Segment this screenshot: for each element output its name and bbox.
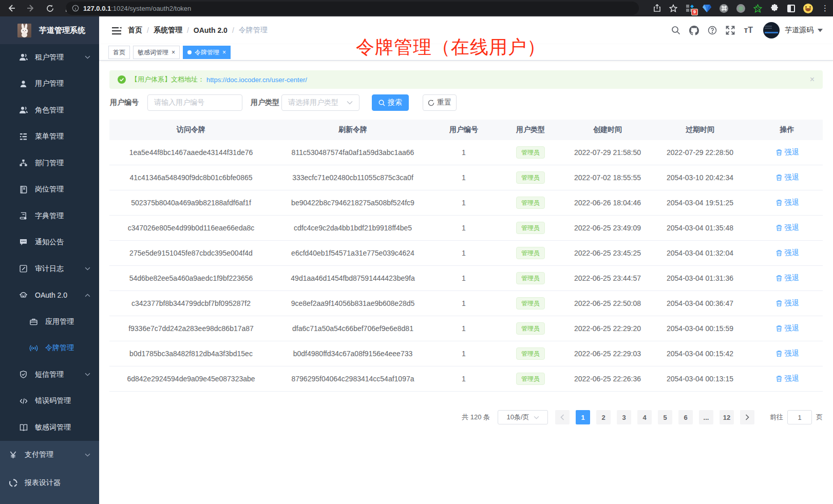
tab-close-icon[interactable]: × — [222, 49, 226, 56]
page-button-2[interactable]: 2 — [596, 410, 611, 424]
bookmark-star-icon[interactable] — [669, 4, 677, 12]
next-page-button[interactable] — [740, 410, 754, 424]
refresh-token: 333ecfc71e02480cb11055c875c3ca0f — [273, 173, 433, 182]
col-header: 访问令牌 — [109, 125, 273, 134]
page-button-...[interactable]: ... — [699, 410, 713, 424]
page-button-5[interactable]: 5 — [658, 410, 672, 424]
message-icon — [19, 239, 28, 246]
created-time: 2022-06-26 18:04:46 — [566, 199, 649, 207]
browser-refresh-icon[interactable] — [46, 5, 54, 12]
sidebar-item-部门管理[interactable]: 部门管理 — [0, 150, 99, 177]
refresh-token: 8796295f04064c2983414cc54af1097a — [273, 375, 433, 383]
header-search-icon[interactable] — [671, 26, 680, 35]
created-time: 2022-07-29 21:58:50 — [566, 148, 649, 157]
help-icon[interactable] — [708, 26, 717, 35]
sidebar-item-租户管理[interactable]: 租户管理 — [0, 44, 99, 71]
force-logout-button[interactable]: 强退 — [775, 173, 799, 182]
record-extension-icon[interactable] — [736, 4, 745, 13]
sidebar-item-应用管理[interactable]: 应用管理 — [0, 308, 99, 335]
app-logo[interactable]: 芋道管理系统 — [0, 16, 99, 44]
puzzle-extensions-icon[interactable] — [770, 4, 779, 13]
user-avatar[interactable] — [763, 22, 780, 38]
user-id-input[interactable]: 请输入用户编号 — [147, 94, 242, 111]
access-token: 54d6be82ee5a460a9aedc1f9bf223656 — [109, 274, 273, 282]
tab-令牌管理[interactable]: 令牌管理× — [183, 46, 231, 59]
sidebar-item-字典管理[interactable]: 字典管理 — [0, 203, 99, 229]
prev-page-button[interactable] — [555, 410, 570, 424]
tab-首页[interactable]: 首页 — [108, 46, 130, 59]
user-id: 1 — [433, 350, 495, 358]
force-logout-button[interactable]: 强退 — [775, 374, 799, 383]
fullscreen-icon[interactable] — [726, 26, 735, 35]
page-button-3[interactable]: 3 — [617, 410, 631, 424]
sidebar-item-菜单管理[interactable]: 菜单管理 — [0, 124, 99, 150]
force-logout-button[interactable]: 强退 — [775, 148, 799, 157]
browser-forward-icon[interactable] — [27, 4, 35, 12]
alert-text: 【用户体系】文档地址： — [131, 75, 204, 84]
tab-敏感词管理[interactable]: 敏感词管理× — [133, 46, 180, 59]
force-logout-button[interactable]: 强退 — [775, 299, 799, 308]
sidebar-item-岗位管理[interactable]: 岗位管理 — [0, 177, 99, 203]
page-button-12[interactable]: 12 — [720, 410, 734, 424]
force-logout-button[interactable]: 强退 — [775, 349, 799, 358]
force-logout-button[interactable]: 强退 — [775, 198, 799, 207]
force-logout-button[interactable]: 强退 — [775, 274, 799, 283]
browser-back-icon[interactable] — [7, 4, 15, 12]
user-type-select[interactable]: 请选择用户类型 — [281, 94, 359, 111]
browser-menu-icon[interactable]: ⋮ — [821, 6, 829, 10]
profile-avatar-icon[interactable] — [803, 4, 813, 13]
table-row: b0d1785bc3a8482f812db4a3f3bd15ecb0df4980… — [109, 341, 823, 366]
sidebar-item-报表设计器[interactable]: 报表设计器 — [0, 469, 99, 497]
user-type: 管理员 — [495, 146, 566, 159]
tab-close-icon[interactable]: × — [172, 49, 175, 56]
force-logout-button[interactable]: 强退 — [775, 248, 799, 258]
breadcrumb-oauth[interactable]: OAuth 2.0 — [194, 26, 228, 34]
user-type: 管理员 — [495, 322, 566, 335]
page-button-1[interactable]: 1 — [576, 410, 590, 424]
sidebar-item-敏感词管理[interactable]: 敏感词管理 — [0, 414, 99, 441]
force-logout-button[interactable]: 强退 — [775, 324, 799, 333]
sidebar-item-令牌管理[interactable]: 令牌管理 — [0, 335, 99, 362]
refresh-token: dfa6c71a50a54c66bef706ef9e6e8d81 — [273, 324, 433, 333]
user-type-label: 用户类型 — [251, 94, 279, 111]
col-header: 用户类型 — [495, 125, 566, 134]
goto-page-input[interactable]: 1 — [787, 410, 812, 424]
code-icon — [19, 398, 28, 404]
sidebar-menu: 租户管理用户管理角色管理菜单管理部门管理岗位管理字典管理通知公告审计日志OAut… — [0, 44, 99, 441]
github-icon[interactable] — [689, 26, 699, 35]
sidebar-item-短信管理[interactable]: 短信管理 — [0, 361, 99, 388]
reset-button[interactable]: 重置 — [423, 94, 457, 111]
page-button-4[interactable]: 4 — [637, 410, 652, 424]
sidebar-item-支付管理[interactable]: 支付管理 — [0, 441, 99, 469]
user-caret-icon[interactable] — [818, 29, 823, 32]
user-type-badge: 管理员 — [516, 322, 545, 335]
force-logout-button[interactable]: 强退 — [775, 223, 799, 232]
font-size-icon[interactable]: ᴛT — [744, 26, 753, 35]
breadcrumb-home[interactable]: 首页 — [128, 26, 142, 35]
sidebar-item-用户管理[interactable]: 用户管理 — [0, 71, 99, 98]
star-extension-icon[interactable] — [753, 4, 762, 13]
sidebar-item-错误码管理[interactable]: 错误码管理 — [0, 388, 99, 415]
sidebar-toggle-icon[interactable] — [111, 26, 122, 36]
breadcrumb-system[interactable]: 系统管理 — [154, 26, 182, 35]
search-button[interactable]: 搜索 — [372, 94, 409, 111]
sidebar-item-审计日志[interactable]: 审计日志 — [0, 256, 99, 282]
gem-extension-icon[interactable] — [703, 5, 711, 12]
actions: 强退 — [751, 374, 823, 384]
access-token: 1ea5e44f8bc1467aaede43144f31de76 — [109, 148, 273, 157]
sidebar-item-通知公告[interactable]: 通知公告 — [0, 229, 99, 256]
extension-grid-icon[interactable]: 9 — [686, 4, 694, 13]
sidebar-item-OAuth 2.0[interactable]: OAuth 2.0 — [0, 282, 99, 309]
sidebar-item-角色管理[interactable]: 角色管理 — [0, 97, 99, 124]
share-icon[interactable] — [653, 4, 661, 12]
col-header: 创建时间 — [566, 125, 649, 134]
user-id-label: 用户编号 — [110, 94, 139, 111]
alert-close-icon[interactable]: × — [810, 75, 815, 84]
sidepanel-icon[interactable] — [787, 5, 795, 12]
page-unit: 页 — [816, 413, 823, 422]
command-extension-icon[interactable] — [720, 4, 728, 13]
alert-link[interactable]: https://doc.iocoder.cn/user-center/ — [206, 76, 307, 84]
page-button-6[interactable]: 6 — [678, 410, 693, 424]
page-size-select[interactable]: 10条/页 — [498, 410, 548, 424]
address-bar[interactable]: 127.0.0.1:1024/system/oauth2/token — [66, 2, 639, 15]
